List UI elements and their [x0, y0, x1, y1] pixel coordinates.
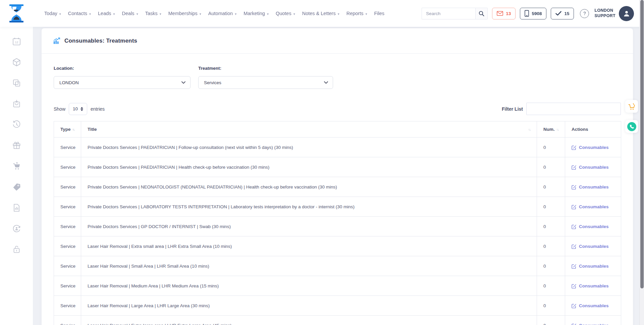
svg-text:12: 12: [15, 41, 18, 44]
nav-item-quotes[interactable]: Quotes ▾: [276, 11, 295, 16]
search-icon: [479, 11, 484, 16]
sidebar-item-orders[interactable]: [12, 99, 21, 108]
nav-item-files[interactable]: Files: [374, 11, 384, 16]
table-row: Service Private Doctors Services | PAEDI…: [54, 157, 621, 177]
cell-actions: Consumables: [565, 296, 621, 316]
consumables-link[interactable]: Consumables: [572, 303, 614, 308]
smartphone-icon: [525, 10, 529, 17]
nav-item-tasks[interactable]: Tasks ▾: [145, 11, 161, 16]
sidebar-item-client-sync[interactable]: [12, 224, 21, 233]
consumables-link[interactable]: Consumables: [572, 283, 614, 288]
cell-num: 0: [537, 296, 565, 316]
cell-type: Service: [54, 236, 81, 256]
floating-phone-button[interactable]: [625, 120, 638, 133]
scrollbar-thumb[interactable]: [640, 0, 644, 288]
cell-title: Laser Hair Removal | Extra small area | …: [81, 236, 537, 256]
sidebar-item-products[interactable]: [12, 58, 21, 67]
chart-growth-icon: [53, 37, 60, 45]
vertical-scrollbar[interactable]: [639, 0, 644, 325]
chevron-down-icon: ▾: [89, 12, 91, 16]
floating-cart-button[interactable]: [625, 100, 638, 113]
calls-badge[interactable]: 5908: [520, 8, 546, 19]
column-header-title[interactable]: Title ↑↓: [81, 121, 537, 138]
consumables-link[interactable]: Consumables: [572, 165, 614, 170]
edit-icon: [572, 224, 577, 229]
cell-title: Laser Hair Removal | Large Area | LHR La…: [81, 296, 537, 316]
consumables-link[interactable]: Consumables: [572, 184, 614, 189]
nav-item-automation[interactable]: Automation ▾: [208, 11, 236, 16]
cell-actions: Consumables: [565, 316, 621, 325]
edit-icon: [572, 323, 577, 325]
hourglass-logo-icon: [8, 4, 24, 22]
sidebar-item-gifts[interactable]: [12, 141, 21, 150]
sidebar-item-calendar[interactable]: 12: [12, 37, 21, 46]
consumables-link[interactable]: Consumables: [572, 323, 614, 325]
sidebar-item-pricing[interactable]: $: [12, 182, 21, 192]
consumables-link[interactable]: Consumables: [572, 264, 614, 269]
filter-list-input[interactable]: [526, 103, 621, 115]
nav-item-notes-letters[interactable]: Notes & Letters ▾: [302, 11, 339, 16]
sidebar-item-security[interactable]: [12, 245, 21, 254]
nav-item-memberships[interactable]: Memberships ▾: [168, 11, 201, 16]
nav-item-today[interactable]: Today ▾: [44, 11, 61, 16]
location-value: LONDON: [59, 80, 79, 85]
cell-title: Laser Hair Removal | Small Area | LHR Sm…: [81, 256, 537, 276]
cell-actions: Consumables: [565, 236, 621, 256]
chevron-down-icon: ▾: [293, 12, 295, 16]
nav-item-deals[interactable]: Deals ▾: [122, 11, 138, 16]
svg-text:$: $: [17, 184, 18, 186]
sidebar-item-pos[interactable]: [12, 162, 21, 171]
chevron-down-icon: ▾: [338, 12, 339, 16]
edit-icon: [572, 264, 577, 269]
top-navbar: Today ▾ Contacts ▾ Leads ▾ Deals ▾ Tasks…: [0, 0, 644, 27]
location-select[interactable]: LONDON: [54, 76, 191, 89]
cell-actions: Consumables: [565, 157, 621, 177]
table-row: Service Private Doctors Services | NEONA…: [54, 177, 621, 197]
chevron-down-icon: ▾: [59, 12, 61, 16]
cell-type: Service: [54, 296, 81, 316]
search-input[interactable]: [422, 8, 475, 19]
sidebar-item-duplicate[interactable]: [12, 78, 21, 88]
messages-badge[interactable]: 13: [492, 8, 516, 19]
nav-item-leads[interactable]: Leads ▾: [98, 11, 115, 16]
cell-title: Laser Hair Removal | Medium Area | LHR M…: [81, 276, 537, 296]
cell-num: 0: [537, 217, 565, 236]
app-logo[interactable]: [0, 4, 33, 22]
cell-num: 0: [537, 276, 565, 296]
consumables-link[interactable]: Consumables: [572, 224, 614, 229]
sort-icon: ↑↓: [72, 127, 75, 131]
cell-title: Private Doctors Services | NEONATOLOGIST…: [81, 177, 537, 197]
table-row: Service Private Doctors Services | PAEDI…: [54, 138, 621, 157]
nav-item-reports[interactable]: Reports ▾: [346, 11, 367, 16]
tasks-badge[interactable]: 15: [551, 8, 574, 19]
sidebar-item-history[interactable]: [12, 120, 21, 129]
table-row: Service Laser Hair Removal | Small Area …: [54, 256, 621, 276]
column-header-type[interactable]: Type ↑↓: [54, 121, 81, 138]
table-row: Service Laser Hair Removal | Medium Area…: [54, 276, 621, 296]
cube-icon: [12, 58, 21, 67]
avatar[interactable]: [619, 6, 634, 21]
question-circle-icon[interactable]: ?: [580, 9, 589, 18]
search-button[interactable]: [475, 8, 488, 19]
sidebar-item-reports[interactable]: [12, 203, 21, 212]
cell-type: Service: [54, 276, 81, 296]
chevron-down-icon: [324, 81, 328, 84]
cell-actions: Consumables: [565, 138, 621, 157]
page-size-select[interactable]: 10: [69, 103, 87, 115]
nav-item-marketing[interactable]: Marketing ▾: [244, 11, 269, 16]
check-icon: [555, 11, 561, 16]
cell-num: 0: [537, 138, 565, 157]
cart-icon: [12, 162, 21, 171]
column-header-num[interactable]: Num. ↑↓: [537, 121, 565, 138]
nav-item-contacts[interactable]: Contacts ▾: [68, 11, 91, 16]
treatments-table: Type ↑↓ Title ↑↓ Num. ↑↓ Actions Service…: [54, 121, 621, 325]
consumables-link[interactable]: Consumables: [572, 145, 614, 150]
location-filter: Location: LONDON: [54, 66, 191, 89]
treatment-value: Services: [204, 80, 221, 85]
left-sidebar: 12: [0, 27, 33, 325]
consumables-link[interactable]: Consumables: [572, 244, 614, 249]
history-icon: [12, 120, 21, 129]
treatment-select[interactable]: Services: [198, 76, 333, 89]
chevron-down-icon: ▾: [137, 12, 138, 16]
consumables-link[interactable]: Consumables: [572, 204, 614, 209]
